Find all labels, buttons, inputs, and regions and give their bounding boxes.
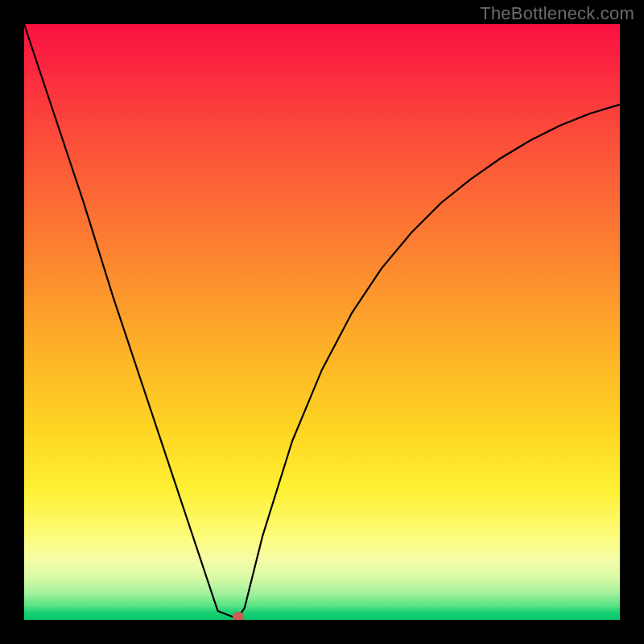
- watermark-text: TheBottleneck.com: [480, 3, 634, 24]
- plot-area: [24, 24, 620, 620]
- optimal-point-marker: [233, 612, 244, 620]
- bottleneck-curve: [24, 24, 620, 620]
- chart-frame: TheBottleneck.com: [0, 0, 644, 644]
